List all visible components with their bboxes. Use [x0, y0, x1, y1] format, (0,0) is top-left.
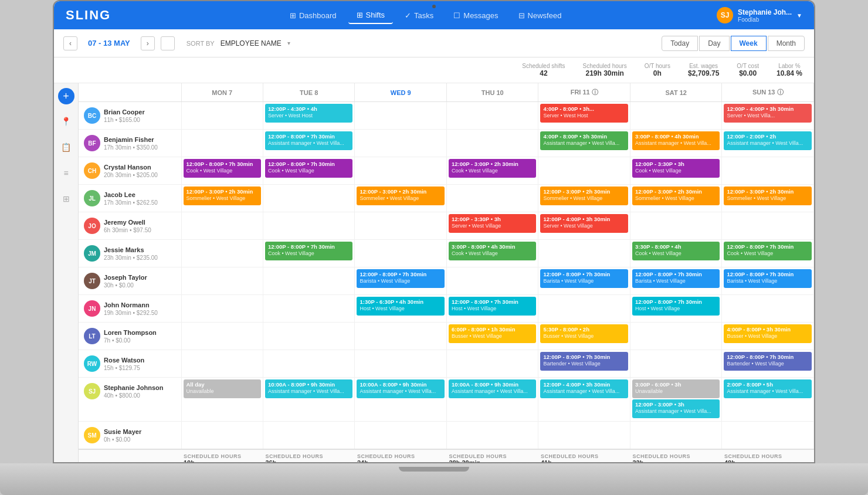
day-cell[interactable] [722, 295, 814, 323]
day-cell[interactable] [630, 323, 722, 350]
day-cell[interactable]: 2:00P - 8:00P • 5h Assistant manager • W… [722, 378, 814, 422]
shift-block[interactable]: 12:00P - 8:00P • 7h 30min Bartender • We… [540, 352, 628, 371]
shift-block[interactable]: 12:00P - 3:00P • 2h 30min Sommelier • We… [632, 187, 720, 205]
day-cell[interactable] [355, 157, 447, 185]
day-cell[interactable]: 12:00P - 3:30P • 3h Cook • West Village [630, 157, 722, 185]
today-button[interactable]: Today [662, 36, 698, 51]
day-cell[interactable]: 3:00P - 6:00P • 3h Unavailable 12:00P - … [630, 378, 722, 422]
next-week-button[interactable]: › [141, 36, 155, 50]
day-cell[interactable]: 12:00P - 3:00P • 2h 30min Sommelier • We… [355, 185, 447, 212]
shift-block[interactable]: 10:00A - 8:00P • 9h 30min Assistant mana… [449, 379, 537, 398]
day-cell[interactable] [355, 350, 447, 378]
shift-block[interactable]: 12:00P - 8:00P • 7h 30min Cook • West Vi… [265, 159, 353, 178]
day-cell[interactable] [538, 422, 630, 450]
list-icon[interactable]: ≡ [57, 164, 75, 182]
day-cell[interactable] [355, 422, 447, 450]
day-cell[interactable] [263, 185, 355, 212]
day-cell[interactable] [263, 295, 355, 323]
day-cell[interactable]: 12:00P - 3:30P • 3h Server • West Villag… [446, 212, 538, 240]
day-cell[interactable]: 12:00P - 2:00P • 2h Assistant manager • … [722, 130, 814, 157]
day-cell[interactable] [446, 185, 538, 212]
notes-icon[interactable]: 📋 [57, 138, 75, 156]
day-cell[interactable]: 10:00A - 8:00P • 9h 30min Assistant mana… [263, 378, 355, 422]
shift-block[interactable]: 12:00P - 8:00P • 7h 30min Barista • West… [724, 269, 812, 288]
day-cell[interactable] [355, 130, 447, 157]
day-cell[interactable] [630, 102, 722, 130]
shift-block[interactable]: 4:00P - 8:00P • 3h 30min Assistant manag… [540, 131, 628, 150]
day-cell[interactable] [355, 102, 447, 130]
shift-block[interactable]: 12:00P - 3:30P • 3h Server • West Villag… [449, 214, 537, 233]
day-cell[interactable]: 1:30P - 6:30P • 4h 30min Host • West Vil… [355, 295, 447, 323]
shift-block[interactable]: 12:00P - 4:00P • 3h 30min Server • West … [724, 104, 812, 123]
day-cell[interactable] [446, 350, 538, 378]
day-cell[interactable]: 12:00P - 8:00P • 7h 30min Barista • West… [722, 267, 814, 295]
shift-block[interactable]: 3:30P - 8:00P • 4h Cook • West Village [632, 242, 720, 260]
day-cell[interactable]: 12:00P - 3:00P • 2h 30min Sommelier • We… [722, 185, 814, 212]
shift-block[interactable]: 12:00P - 8:00P • 7h 30min Cook • West Vi… [265, 242, 353, 260]
day-cell[interactable] [446, 267, 538, 295]
day-cell[interactable] [630, 422, 722, 450]
shift-block[interactable]: 12:00P - 8:00P • 7h 30min Cook • West Vi… [184, 159, 261, 178]
shift-block[interactable]: 12:00P - 8:00P • 7h 30min Barista • West… [540, 269, 628, 288]
day-cell[interactable]: 4:00P - 8:00P • 3h 30min Assistant manag… [538, 130, 630, 157]
shift-block[interactable]: 1:30P - 6:30P • 4h 30min Host • West Vil… [357, 297, 445, 316]
shift-block[interactable]: 6:00P - 8:00P • 1h 30min Busser • West V… [449, 324, 537, 343]
day-cell[interactable] [538, 240, 630, 267]
day-cell[interactable] [722, 157, 814, 185]
shift-block[interactable]: All day Unavailable [184, 379, 261, 398]
shift-block[interactable]: 12:00P - 2:00P • 2h Assistant manager • … [724, 131, 812, 150]
day-cell[interactable]: 10:00A - 8:00P • 9h 30min Assistant mana… [355, 378, 447, 422]
day-cell[interactable]: 12:00P - 4:30P • 4h Server • West Host [263, 102, 355, 130]
day-cell[interactable] [263, 323, 355, 350]
shift-block[interactable]: 3:00P - 8:00P • 4h 30min Assistant manag… [632, 131, 720, 150]
day-cell[interactable]: 3:30P - 8:00P • 4h Cook • West Village [630, 240, 722, 267]
nav-newsfeed[interactable]: ⊟ Newsfeed [510, 7, 570, 24]
day-cell[interactable] [263, 422, 355, 450]
day-cell[interactable] [263, 212, 355, 240]
day-cell[interactable] [538, 295, 630, 323]
sort-chevron-icon[interactable]: ▾ [287, 40, 290, 46]
nav-dashboard[interactable]: ⊞ Dashboard [282, 7, 345, 24]
day-cell[interactable]: 12:00P - 3:00P • 2h 30min Sommelier • We… [538, 185, 630, 212]
shift-block[interactable]: 12:00P - 8:00P • 7h 30min Barista • West… [357, 269, 445, 288]
day-cell[interactable]: 12:00P - 8:00P • 7h 30min Host • West Vi… [630, 295, 722, 323]
day-cell[interactable]: 12:00P - 8:00P • 7h 30min Cook • West Vi… [181, 157, 263, 185]
day-cell[interactable]: 12:00P - 8:00P • 7h 30min Cook • West Vi… [263, 157, 355, 185]
filter-icon[interactable]: ⊞ [57, 190, 75, 208]
nav-shifts[interactable]: ⊞ Shifts [348, 7, 394, 24]
day-cell[interactable]: 6:00P - 8:00P • 1h 30min Busser • West V… [446, 323, 538, 350]
shift-block[interactable]: 12:00P - 8:00P • 7h 30min Cook • West Vi… [724, 242, 812, 260]
day-cell[interactable]: 12:00P - 3:00P • 2h 30min Cook • West Vi… [446, 157, 538, 185]
day-cell[interactable] [355, 240, 447, 267]
day-cell[interactable]: 12:00P - 3:00P • 2h 30min Sommelier • We… [630, 185, 722, 212]
day-cell[interactable]: 3:00P - 8:00P • 4h 30min Cook • West Vil… [446, 240, 538, 267]
day-cell[interactable] [181, 212, 263, 240]
day-cell[interactable] [446, 130, 538, 157]
day-cell[interactable]: 12:00P - 4:00P • 3h 30min Server • West … [722, 102, 814, 130]
day-cell[interactable] [263, 267, 355, 295]
day-cell[interactable]: 12:00P - 8:00P • 7h 30min Bartender • We… [538, 350, 630, 378]
day-cell[interactable] [181, 422, 263, 450]
day-cell[interactable] [181, 295, 263, 323]
nav-messages[interactable]: ☐ Messages [445, 7, 506, 24]
day-cell[interactable]: 10:00A - 8:00P • 9h 30min Assistant mana… [446, 378, 538, 422]
day-cell[interactable]: 3:00P - 8:00P • 4h 30min Assistant manag… [630, 130, 722, 157]
nav-tasks[interactable]: ✓ Tasks [396, 7, 442, 24]
day-cell[interactable]: 12:00P - 8:00P • 7h 30min Host • West Vi… [446, 295, 538, 323]
day-cell[interactable]: 12:00P - 4:00P • 3h 30min Assistant mana… [538, 378, 630, 422]
shift-block[interactable]: 12:00P - 4:00P • 3h 30min Assistant mana… [540, 379, 628, 398]
day-cell[interactable] [722, 212, 814, 240]
sort-select[interactable]: EMPLOYEE NAME [221, 39, 282, 48]
day-cell[interactable] [355, 212, 447, 240]
day-cell[interactable]: 12:00P - 8:00P • 7h 30min Barista • West… [538, 267, 630, 295]
day-cell[interactable]: 12:00P - 8:00P • 7h 30min Assistant mana… [263, 130, 355, 157]
day-cell[interactable] [181, 130, 263, 157]
shift-block[interactable]: 12:00P - 8:00P • 7h 30min Bartender • We… [724, 352, 812, 371]
day-cell[interactable]: 12:00P - 8:00P • 7h 30min Cook • West Vi… [722, 240, 814, 267]
day-cell[interactable] [181, 323, 263, 350]
shift-block[interactable]: 12:00P - 3:00P • 3h Assistant manager • … [632, 399, 720, 418]
shift-block[interactable]: 4:00P - 8:00P • 3h 30min Busser • West V… [724, 324, 812, 343]
shift-block[interactable]: 12:00P - 3:30P • 3h Cook • West Village [632, 159, 720, 178]
user-menu[interactable]: SJ Stephanie Joh... Foodlab ▼ [717, 7, 802, 23]
shift-block[interactable]: 3:00P - 8:00P • 4h 30min Cook • West Vil… [449, 242, 537, 260]
